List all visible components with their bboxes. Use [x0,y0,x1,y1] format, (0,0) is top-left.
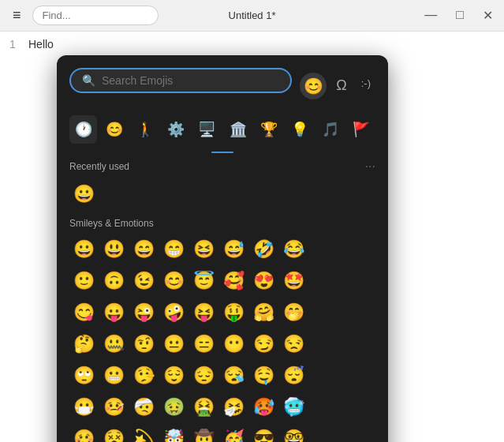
emoji-cell[interactable]: 😀 [69,235,98,264]
search-input[interactable] [32,6,159,25]
emoji-cell[interactable]: 🤩 [279,267,308,295]
emoji-cell[interactable]: 😐 [159,330,188,358]
tab-music[interactable]: 🎵 [317,115,345,144]
emoji-cell[interactable]: 🤨 [129,330,158,358]
smileys-label: Smileys & Emotions [69,218,154,229]
tab-activities[interactable]: ⚙️ [162,115,190,144]
tab-objects[interactable]: 🖥️ [193,115,221,144]
window-title: Untitled 1* [229,9,276,21]
emoji-cell[interactable]: 🤒 [99,393,128,421]
tab-symbol[interactable]: Ω [331,73,351,99]
emoji-cell[interactable]: 😴 [279,361,308,390]
emoji-cell[interactable]: 🤑 [219,298,248,327]
emoji-cell[interactable]: 🤔 [69,330,98,358]
titlebar: ≡ Untitled 1* — □ ✕ [0,0,504,32]
emoji-cell[interactable]: 🤗 [249,298,278,327]
emoji-cell[interactable]: 🥵 [249,393,278,421]
emoji-cell[interactable]: 😝 [189,298,218,327]
category-tabs: 🕐 😊 🚶 ⚙️ 🖥️ 🏛️ 🏆 💡 🎵 🚩 [69,115,375,144]
tab-underline [211,152,233,153]
emoji-cell[interactable]: 🤯 [159,425,188,442]
emoji-cell[interactable]: 🤠 [189,425,218,442]
tab-flags[interactable]: 🚩 [348,115,375,144]
emoji-row: 🙂🙃😉😊😇🥰😍🤩 [69,267,375,295]
emoji-row: 😋😛😜🤪😝🤑🤗🤭 [69,298,375,327]
tab-kaomoji[interactable]: :-) [357,73,375,99]
emoji-row: 🤔🤐🤨😐😑😶😏😒 [69,330,375,358]
editor: 1 Hello [0,32,504,57]
emoji-picker: 🔍 😊 Ω :-) 🕐 😊 🚶 ⚙️ 🖥️ 🏛️ 🏆 💡 🎵 🚩 Recentl… [57,55,388,442]
emoji-cell[interactable]: 🤐 [99,330,128,358]
tab-ideas[interactable]: 💡 [286,115,313,144]
emoji-cell[interactable]: 😇 [189,267,218,295]
emoji-cell[interactable]: 😍 [249,267,278,295]
emoji-cell[interactable]: 🤧 [219,393,248,421]
search-icon: 🔍 [82,74,95,87]
emoji-cell[interactable]: 😂 [279,235,308,264]
emoji-cell[interactable]: 😶 [219,330,248,358]
emoji-cell[interactable]: 😪 [219,361,248,390]
recently-used-label: Recently used [69,161,129,172]
emoji-cell[interactable]: 😁 [159,235,188,264]
emoji-cell[interactable]: 🤓 [279,425,308,442]
emoji-cell[interactable]: 😔 [189,361,218,390]
emoji-cell[interactable]: 🥰 [219,267,248,295]
emoji-cell[interactable]: 😌 [159,361,188,390]
emoji-cell[interactable]: 😃 [99,235,128,264]
emoji-cell[interactable]: 🤤 [249,361,278,390]
minimize-button[interactable]: — [420,6,442,24]
tab-emoji[interactable]: 😊 [300,73,327,99]
close-button[interactable]: ✕ [478,6,498,24]
emoji-cell[interactable]: 🤮 [189,393,218,421]
emoji-cell[interactable]: 😋 [69,298,98,327]
editor-content: Hello [28,38,54,51]
emoji-recent-1[interactable]: 😀 [69,180,98,208]
tab-smileys[interactable]: 😊 [100,115,128,144]
emoji-cell[interactable]: 😬 [99,361,128,390]
smileys-header: Smileys & Emotions [69,218,375,229]
maximize-button[interactable]: □ [451,6,469,24]
emoji-cell[interactable]: 🤢 [159,393,188,421]
emoji-cell[interactable]: 😒 [279,330,308,358]
emoji-row: 😷🤒🤕🤢🤮🤧🥵🥶 [69,393,375,421]
emoji-cell[interactable]: 😏 [249,330,278,358]
emoji-type-tabs: 😊 Ω :-) [300,73,375,99]
emoji-search-bar: 🔍 [69,68,292,93]
emoji-cell[interactable]: 😛 [99,298,128,327]
emoji-row: 🙄😬🤥😌😔😪🤤😴 [69,361,375,390]
emoji-cell[interactable]: 🙄 [69,361,98,390]
emoji-cell[interactable]: 😵 [99,425,128,442]
emoji-cell[interactable]: 🥶 [279,393,308,421]
tab-people[interactable]: 🚶 [131,115,159,144]
emoji-cell[interactable]: 🥳 [219,425,248,442]
emoji-cell[interactable]: 😆 [189,235,218,264]
emoji-search-input[interactable] [102,74,279,87]
emoji-cell[interactable]: 🤪 [159,298,188,327]
emoji-row: 🥴😵💫🤯🤠🥳😎🤓 [69,425,375,442]
more-button[interactable]: ··· [365,159,375,174]
emoji-cell[interactable]: 😅 [219,235,248,264]
emoji-cell[interactable]: 😉 [129,267,158,295]
emoji-cell[interactable]: 🤕 [129,393,158,421]
tab-awards[interactable]: 🏆 [255,115,282,144]
line-number: 1 [9,38,22,51]
emoji-cell[interactable]: 💫 [129,425,158,442]
emoji-cell[interactable]: 😑 [189,330,218,358]
emoji-grid: 😀😃😄😁😆😅🤣😂🙂🙃😉😊😇🥰😍🤩😋😛😜🤪😝🤑🤗🤭🤔🤐🤨😐😑😶😏😒🙄😬🤥😌😔😪🤤😴… [69,235,375,442]
recently-used-row: 😀 [69,180,375,208]
emoji-cell[interactable]: 😜 [129,298,158,327]
emoji-cell[interactable]: 🤥 [129,361,158,390]
emoji-row: 😀😃😄😁😆😅🤣😂 [69,235,375,264]
tab-buildings[interactable]: 🏛️ [224,115,252,144]
emoji-cell[interactable]: 🙂 [69,267,98,295]
emoji-cell[interactable]: 🙃 [99,267,128,295]
emoji-cell[interactable]: 😎 [249,425,278,442]
emoji-cell[interactable]: 🤭 [279,298,308,327]
menu-button[interactable]: ≡ [6,4,28,27]
emoji-cell[interactable]: 😊 [159,267,188,295]
emoji-cell[interactable]: 😷 [69,393,98,421]
emoji-cell[interactable]: 🥴 [69,425,98,442]
emoji-cell[interactable]: 😄 [129,235,158,264]
tab-recent[interactable]: 🕐 [69,115,97,144]
emoji-cell[interactable]: 🤣 [249,235,278,264]
